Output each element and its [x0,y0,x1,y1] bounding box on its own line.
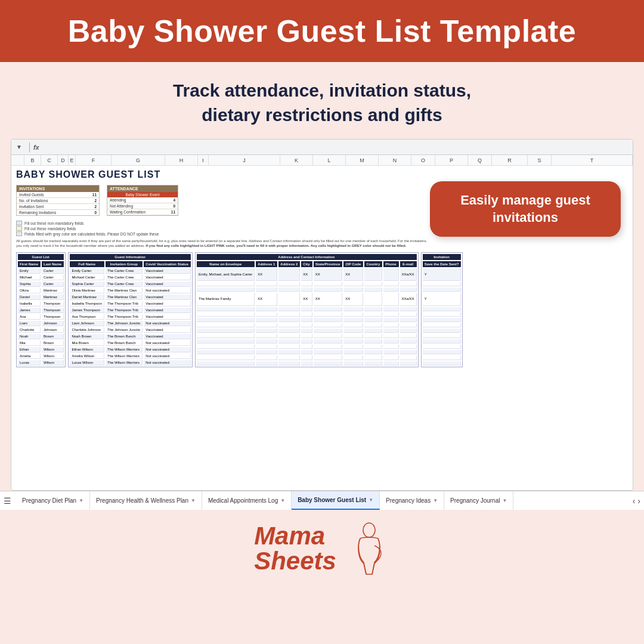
cell-addr2 [278,345,300,349]
cell-addr1 [256,334,277,338]
table-row [197,355,417,360]
brand-section: Mama Sheets [0,510,644,581]
cell-country [364,268,382,281]
cell-country [364,287,382,292]
cell-state [314,312,343,317]
cell-country [364,318,382,322]
brand-figure-icon [348,522,390,575]
cell-group: The Thompson Trib [106,308,143,313]
table-row: Amelia WilsonThe Wilson WarriorsNot vacc… [70,354,191,359]
cell-addr2 [278,318,300,322]
cell-addr1 [256,361,277,366]
col-header-s: S [528,155,552,165]
cell-last: Wilson [42,354,64,359]
tab-next-icon[interactable]: › [637,496,640,506]
cell-group: The Johnson Junctio [106,321,143,326]
cell-email [400,361,417,366]
table-row: Emily CarterThe Carter CrewVaccinated [70,268,191,274]
cell-city [301,287,312,292]
table-row: Michael CarterThe Carter CrewVaccinated [70,275,191,280]
invitation-table: Invitation Save the Date Sent? YY [421,252,463,367]
cell-full: Emily Carter [70,268,104,274]
cell-last: Johnson [42,321,64,326]
tab-menu-icon[interactable]: ☰ [4,496,11,506]
table-row [197,334,417,338]
cell-first: Charlotte [18,327,41,333]
cell-covid: Vaccinated [144,327,191,333]
tab-guest-list[interactable]: Baby Shower Guest List ▼ [292,491,380,510]
table-row: CharlotteJohnson [18,327,64,333]
tab-medical[interactable]: Medical Appointments Log ▼ [202,491,292,510]
cell-addr1 [256,323,277,327]
cell-addr2 [278,307,300,311]
cell-addr1 [256,307,277,311]
guest-list-table: Guest List First Name Last Name EmilyCar… [16,252,66,367]
col-header-r: R [492,155,528,165]
cell-first: Daniel [18,295,41,300]
cell-email [400,318,417,322]
cell-country [364,293,382,305]
cell-group: The Wilson Warriors [106,360,143,366]
cell-save-date [423,323,462,327]
cell-addr2 [278,312,300,317]
cell-last: Thompson [42,301,64,306]
cell-envelope [197,355,255,360]
cell-phone [383,355,398,360]
cell-covid: Vaccinated [144,281,191,287]
table-row [197,307,417,311]
col-header-d: D [58,155,69,165]
table-row [197,318,417,322]
tab-ideas[interactable]: Pregnancy Ideas ▼ [380,491,444,510]
tab-journal[interactable]: Pregnancy Journal ▼ [444,491,513,510]
table-row: Noah BrownThe Brown BunchVaccinated [70,334,191,339]
table-row [197,361,417,366]
cell-email [400,323,417,327]
cell-covid: Vaccinated [144,268,191,274]
tab-prev-icon[interactable]: ‹ [633,496,636,506]
table-row: LucasWilson [18,360,64,366]
cell-country [364,361,382,366]
cell-zip [343,355,363,360]
table-row: LiamJohnson [18,321,64,326]
tab-diet-plan[interactable]: Pregnancy Diet Plan ▼ [16,491,90,510]
table-row: Y [423,268,462,281]
cell-full: Michael Carter [70,275,104,280]
cell-covid: Vaccinated [144,295,191,300]
cell-city: XX [301,268,312,281]
cell-zip [343,361,363,366]
table-row: AmeliaWilson [18,354,64,359]
address-table: Address and Contact Information Name on … [195,252,419,367]
cell-full: Sophia Carter [70,281,104,287]
tab-health-wellness[interactable]: Pregnancy Health & Wellness Plan ▼ [90,491,202,510]
cell-addr2 [278,287,300,292]
table-row: OliviaMartinez [18,288,64,293]
inv-val-3: 2 [94,205,97,209]
table-row: Daniel MartinezThe Martinez ClanVaccinat… [70,295,191,300]
cell-covid: Vaccinated [144,308,191,313]
tab-journal-label: Pregnancy Journal [450,497,500,504]
cell-state [314,282,343,286]
cell-envelope [197,361,255,366]
cell-phone [383,334,398,338]
guest-info-header: Guest Information [70,254,191,260]
inv-val-4: 0 [94,210,97,215]
cell-envelope [197,334,255,338]
cell-phone [383,312,398,317]
guest-table-wrapper: Guest List First Name Last Name EmilyCar… [16,252,628,367]
invitations-table: INVITATIONS Invited Guests 11 No. of Inv… [16,185,100,216]
col-header-e: E [69,155,76,165]
table-row: Mia BrownThe Brown BunchNot vaccinated [70,340,191,346]
table-row [423,329,462,333]
table-row: Emily, Michael, and Sophia CarterXXXXXXX… [197,268,417,281]
tab-navigation: ‹ › [633,496,640,506]
tab-medical-label: Medical Appointments Log [208,497,278,504]
col-full-name: Full Name [70,261,104,267]
cell-full: Mia Brown [70,340,104,346]
cell-last: Martinez [42,288,64,293]
cell-last: Johnson [42,327,64,333]
col-state: State/Province [314,261,343,267]
cell-zip [343,350,363,354]
col-header-m: M [346,155,379,165]
header-banner: Baby Shower Guest List Template [0,0,644,62]
cell-city [301,282,312,286]
